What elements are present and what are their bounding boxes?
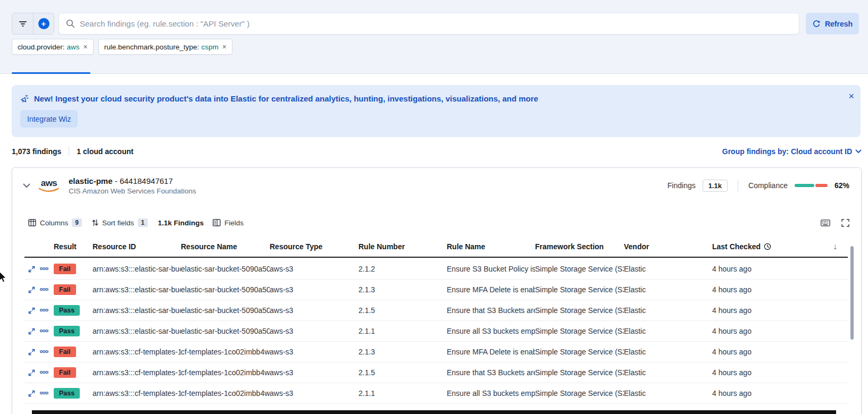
table-row: Fail arn:aws:s3:::cf-templates-1c cf-tem… — [24, 342, 848, 362]
cell-resource-name: cf-templates-1co02imbb4we — [181, 389, 270, 398]
row-actions-icon[interactable] — [40, 392, 48, 395]
refresh-button[interactable]: Refresh — [806, 13, 859, 35]
header-vendor[interactable]: Vendor — [624, 242, 712, 251]
result-badge: Pass — [54, 388, 80, 399]
table-vertical-scrollbar[interactable] — [850, 246, 854, 340]
compliance-bar-failed — [815, 184, 828, 187]
search-input[interactable] — [80, 19, 792, 28]
table-row: Fail arn:aws:s3:::elastic-sar-bucke elas… — [24, 259, 848, 280]
cell-rule-number: 2.1.2 — [358, 265, 447, 273]
expand-row-icon[interactable] — [28, 369, 35, 376]
columns-button[interactable]: Columns 9 — [28, 218, 82, 227]
expand-row-icon[interactable] — [28, 286, 35, 293]
cell-result: Fail — [54, 264, 93, 274]
table-row: Fail arn:aws:s3:::cf-templates-1c cf-tem… — [24, 362, 848, 383]
summary-divider — [69, 147, 69, 156]
grid-toolbar-right — [820, 218, 850, 228]
filter-value: aws — [67, 43, 80, 51]
cell-result: Pass — [54, 305, 93, 316]
cell-rule-number: 2.1.3 — [358, 285, 447, 294]
header-resource-name[interactable]: Resource Name — [181, 242, 270, 251]
account-title-block: elastic-pme - 644184947617 CIS Amazon We… — [69, 176, 196, 195]
datagrid-toolbar: Columns 9 Sort fields 1 1.1k Findings Fi… — [28, 216, 850, 230]
sort-fields-button[interactable]: Sort fields 1 — [92, 218, 148, 227]
row-actions-icon[interactable] — [40, 267, 48, 271]
compliance-bar-passed — [795, 184, 814, 187]
cell-vendor: Elastic — [624, 389, 712, 398]
row-controls — [24, 328, 54, 335]
cell-result: Fail — [54, 347, 93, 357]
cloud-accounts-count: 1 cloud account — [77, 147, 133, 156]
expand-row-icon[interactable] — [28, 266, 35, 273]
header-result[interactable]: Result — [54, 242, 93, 251]
cell-resource-name: cf-templates-1co02imbb4we — [181, 348, 270, 356]
header-last-checked[interactable]: Last Checked ↓ — [712, 242, 848, 251]
banner-close-icon[interactable]: × — [848, 91, 854, 101]
keyboard-icon — [821, 219, 830, 226]
compliance-bar — [795, 184, 828, 187]
mouse-cursor — [0, 271, 7, 284]
header-resource-type[interactable]: Resource Type — [270, 242, 358, 251]
row-actions-icon[interactable] — [40, 329, 48, 333]
header-rule-number[interactable]: Rule Number — [358, 242, 447, 251]
findings-count-badge: 1.1k — [703, 180, 728, 192]
expand-row-icon[interactable] — [28, 390, 35, 397]
cell-vendor: Elastic — [624, 306, 712, 315]
sort-descending-icon[interactable]: ↓ — [833, 242, 837, 251]
integrate-wiz-label: Integrate Wiz — [27, 115, 71, 123]
cell-framework-section: Simple Storage Service (S3) — [535, 368, 624, 377]
result-badge: Fail — [54, 347, 76, 357]
compliance-percentage: 62% — [834, 181, 849, 190]
account-name-separator: - — [113, 176, 120, 185]
chevron-down-icon — [855, 149, 862, 154]
cloud-security-findings-page: + Refresh cloud.provider: aws × rule.ben… — [0, 0, 868, 414]
cell-last-checked: 4 hours ago — [712, 306, 848, 315]
add-filter-button[interactable]: + — [33, 13, 54, 34]
result-badge: Fail — [54, 284, 76, 295]
filter-pill-posture-type[interactable]: rule.benchmark.posture_type: cspm × — [98, 39, 232, 55]
cloud-account-group-card: aws elastic-pme - 644184947617 CIS Amazo… — [12, 167, 862, 414]
filter-menu-button[interactable] — [12, 13, 33, 34]
fullscreen-button[interactable] — [840, 218, 850, 228]
account-name-line: elastic-pme - 644184947617 — [69, 176, 196, 185]
active-tab-indicator — [12, 72, 90, 74]
row-controls — [24, 307, 54, 314]
collapse-group-chevron-icon[interactable] — [21, 181, 32, 190]
sort-icon — [92, 219, 98, 226]
plus-circle-icon: + — [38, 18, 49, 29]
cell-rule-number: 2.1.5 — [358, 368, 447, 377]
cell-framework-section: Simple Storage Service (S3) — [535, 348, 624, 356]
cell-resource-name: cf-templates-1co02imbb4we — [181, 368, 270, 377]
cell-result: Pass — [54, 326, 93, 336]
filter-pill-cloud-provider[interactable]: cloud.provider: aws × — [12, 39, 94, 55]
fields-button[interactable]: Fields — [213, 219, 244, 227]
row-actions-icon[interactable] — [40, 309, 48, 312]
row-controls — [24, 266, 54, 273]
row-actions-icon[interactable] — [40, 350, 48, 353]
cell-rule-number: 2.1.3 — [358, 348, 447, 356]
integrate-wiz-button[interactable]: Integrate Wiz — [20, 110, 78, 128]
metrics-divider — [738, 180, 738, 191]
remove-filter-icon[interactable]: × — [222, 43, 227, 50]
header-rule-name[interactable]: Rule Name — [447, 242, 535, 251]
header-resource-id[interactable]: Resource ID — [93, 242, 181, 251]
keyboard-shortcuts-button[interactable] — [820, 218, 831, 227]
cell-result: Fail — [54, 367, 93, 378]
aws-logo-text: aws — [41, 179, 57, 188]
summary-row: 1,073 findings 1 cloud account Group fin… — [12, 147, 862, 156]
expand-row-icon[interactable] — [28, 328, 35, 335]
row-actions-icon[interactable] — [40, 371, 48, 374]
cell-resource-name: elastic-sar-bucket-5090a505 — [181, 285, 270, 294]
filter-field: rule.benchmark.posture_type: — [104, 43, 199, 51]
cell-resource-type: aws-s3 — [270, 327, 358, 335]
header-framework-section[interactable]: Framework Section — [535, 242, 624, 251]
remove-filter-icon[interactable]: × — [84, 43, 88, 50]
expand-row-icon[interactable] — [28, 307, 35, 314]
cell-vendor: Elastic — [624, 327, 712, 335]
group-findings-by-dropdown[interactable]: Group findings by: Cloud account ID — [722, 147, 862, 156]
cell-framework-section: Simple Storage Service (S3) — [535, 265, 624, 273]
row-actions-icon[interactable] — [40, 288, 48, 291]
cell-rule-name: Ensure MFA Delete is enabled — [447, 348, 535, 356]
filter-pills-row: cloud.provider: aws × rule.benchmark.pos… — [12, 39, 232, 55]
expand-row-icon[interactable] — [28, 349, 35, 356]
